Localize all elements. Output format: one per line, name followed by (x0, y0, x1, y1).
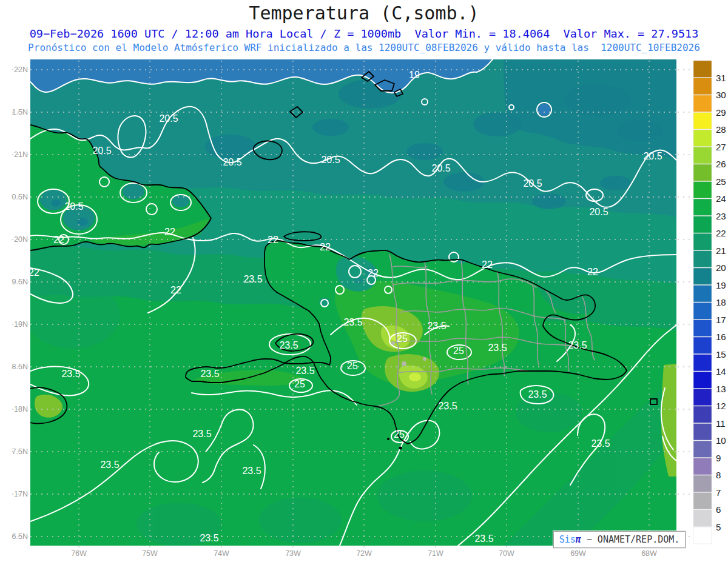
svg-text:7: 7 (716, 487, 721, 498)
svg-text:19N: 19N (14, 320, 28, 329)
svg-text:11: 11 (716, 418, 726, 429)
svg-text:20N: 20N (14, 235, 28, 244)
svg-text:23.5: 23.5 (200, 533, 218, 543)
island-beata (387, 438, 389, 440)
svg-text:25: 25 (716, 176, 726, 187)
svg-text:23.5: 23.5 (295, 366, 314, 376)
svg-text:22: 22 (268, 235, 278, 245)
svg-text:7.5N: 7.5N (12, 447, 28, 456)
svg-text:22: 22 (53, 235, 64, 245)
svg-text:23: 23 (716, 211, 726, 221)
svg-text:23.5: 23.5 (200, 369, 219, 379)
svg-text:6: 6 (716, 504, 721, 515)
svg-text:20.5: 20.5 (92, 146, 111, 156)
temperature-colorbar: 3130292827262524232221201918171615141312… (693, 61, 726, 544)
svg-text:21N: 21N (14, 150, 28, 159)
svg-text:20: 20 (716, 263, 726, 273)
svg-text:70W: 70W (499, 549, 514, 558)
svg-text:8.5N: 8.5N (12, 363, 28, 371)
svg-text:6.5N: 6.5N (12, 532, 28, 541)
svg-text:22: 22 (29, 267, 39, 278)
svg-text:73W: 73W (285, 549, 301, 558)
svg-text:29: 29 (716, 107, 726, 118)
svg-text:20.5: 20.5 (589, 207, 608, 217)
producer-badge: Sisπ − ONAMET/REP.DOM. (553, 531, 686, 548)
svg-text:23.5: 23.5 (243, 274, 262, 284)
svg-text:23.5: 23.5 (474, 534, 493, 544)
svg-text:19: 19 (409, 70, 420, 80)
svg-text:23.5: 23.5 (242, 466, 261, 476)
svg-text:23.5: 23.5 (438, 401, 457, 411)
weather-map-canvas: 22N1.5N21N0.5N20N9.5N19N8.5N18N7.5N17N6.… (0, 0, 728, 562)
svg-text:74W: 74W (214, 549, 229, 558)
longitude-axis-labels: 76W75W74W73W72W71W70W69W68W (71, 549, 657, 558)
svg-text:14: 14 (716, 366, 726, 376)
svg-text:68W: 68W (641, 549, 657, 558)
svg-text:15: 15 (716, 349, 726, 360)
svg-text:0.5N: 0.5N (12, 193, 28, 201)
svg-text:25: 25 (394, 429, 405, 440)
svg-text:27: 27 (716, 142, 726, 152)
svg-text:16: 16 (716, 332, 726, 342)
latitude-axis-labels: 22N1.5N21N0.5N20N9.5N19N8.5N18N7.5N17N6.… (12, 65, 28, 541)
svg-text:75W: 75W (142, 549, 158, 558)
brand-pi-symbol: π (576, 534, 581, 545)
svg-text:20.5: 20.5 (643, 151, 662, 161)
weather-map-page: Temperatura (C,somb.) 09−Feb−2026 1600 U… (0, 0, 728, 562)
svg-text:72W: 72W (356, 549, 372, 558)
svg-text:25: 25 (294, 379, 305, 389)
svg-text:23.5: 23.5 (343, 317, 362, 327)
svg-text:5: 5 (716, 522, 721, 532)
svg-text:19: 19 (716, 280, 726, 290)
svg-text:22: 22 (587, 267, 598, 277)
brand-sis: Sis (559, 534, 576, 545)
svg-text:20.5: 20.5 (223, 157, 241, 167)
svg-text:76W: 76W (71, 549, 87, 558)
producer-org: − ONAMET/REP.DOM. (581, 534, 680, 545)
svg-text:20.5: 20.5 (431, 163, 450, 173)
svg-text:10: 10 (716, 435, 726, 446)
svg-text:31: 31 (716, 73, 726, 83)
svg-text:71W: 71W (428, 549, 443, 558)
svg-text:12: 12 (716, 401, 726, 411)
svg-text:23.5: 23.5 (568, 340, 587, 350)
svg-text:23.5: 23.5 (528, 389, 547, 400)
svg-text:9.5N: 9.5N (12, 278, 28, 286)
svg-text:23.5: 23.5 (427, 321, 446, 331)
svg-text:20.5: 20.5 (64, 201, 83, 212)
svg-text:22: 22 (482, 259, 493, 270)
svg-text:21: 21 (716, 246, 726, 256)
svg-text:9: 9 (716, 453, 721, 463)
svg-text:25: 25 (347, 361, 358, 371)
svg-text:30: 30 (716, 90, 726, 100)
svg-text:17: 17 (716, 315, 726, 325)
svg-text:23.5: 23.5 (192, 429, 211, 439)
svg-text:23.5: 23.5 (100, 460, 119, 470)
island-alto-velo (399, 447, 402, 450)
map-plot-area (25, 59, 676, 546)
svg-text:28: 28 (716, 124, 726, 135)
svg-text:23.5: 23.5 (488, 343, 507, 353)
svg-text:22: 22 (170, 285, 181, 295)
svg-text:23.5: 23.5 (591, 438, 610, 449)
svg-text:25: 25 (453, 346, 464, 356)
svg-text:22: 22 (716, 228, 726, 238)
svg-text:1.5N: 1.5N (12, 108, 28, 116)
svg-text:69W: 69W (570, 549, 586, 558)
svg-text:23.5: 23.5 (279, 340, 298, 350)
svg-text:26: 26 (716, 159, 726, 169)
svg-text:8: 8 (716, 470, 721, 480)
svg-text:20.5: 20.5 (321, 155, 340, 165)
svg-text:24: 24 (716, 193, 726, 204)
svg-text:25: 25 (397, 333, 408, 344)
svg-text:18N: 18N (14, 405, 28, 413)
svg-text:20.5: 20.5 (159, 113, 178, 124)
svg-text:23.5: 23.5 (61, 369, 80, 379)
svg-text:22: 22 (368, 268, 379, 278)
svg-text:13: 13 (716, 384, 726, 394)
svg-text:20.5: 20.5 (523, 178, 542, 189)
svg-text:22: 22 (320, 242, 331, 252)
svg-text:18: 18 (716, 297, 726, 307)
svg-text:22N: 22N (14, 65, 28, 74)
svg-text:22: 22 (164, 227, 175, 237)
